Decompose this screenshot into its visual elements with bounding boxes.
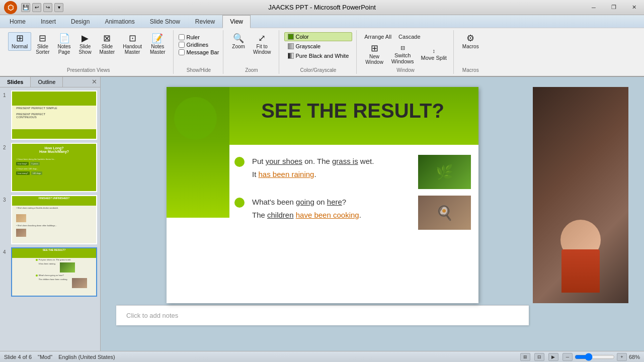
tab-insert[interactable]: Insert <box>33 15 63 28</box>
more-quick-btn[interactable]: ▾ <box>54 3 63 12</box>
showhide-checkboxes: Ruler Gridlines Message Bar <box>179 32 219 55</box>
tab-home[interactable]: Home <box>2 15 33 28</box>
view-notespage-btn[interactable]: 📄 NotesPage <box>54 32 74 56</box>
slide-thumb-1[interactable]: 1 PRESENT PERFECT SIMPLEPRESENT PERFECTC… <box>3 90 97 140</box>
restore-btn[interactable]: ❐ <box>604 0 624 15</box>
has-been-raining-text: has been raining <box>259 170 314 178</box>
redo-quick-btn[interactable]: ↪ <box>43 3 52 12</box>
slide1-thumb-text: PRESENT PERFECT SIMPLEPRESENT PERFECTCON… <box>16 107 57 119</box>
color-options: Color Grayscale Pure Black and White <box>284 32 353 60</box>
zoom-label: Zoom <box>232 44 245 49</box>
ribbon-content: ⊞ Normal ⊟ SlideSorter 📄 NotesPage ▶ Sli… <box>0 28 644 76</box>
slide-num-2: 2 <box>3 145 9 150</box>
language-indicator: English (United States) <box>58 354 115 360</box>
ribbon-group-presentation-views: ⊞ Normal ⊟ SlideSorter 📄 NotesPage ▶ Sli… <box>4 30 174 74</box>
panel-tab-outline[interactable]: Outline <box>31 77 63 87</box>
ruler-checkbox[interactable] <box>179 34 185 40</box>
zoom-btn[interactable]: 🔍 Zoom <box>228 32 249 51</box>
zoom-icon: 🔍 <box>233 34 244 43</box>
grayscale-btn[interactable]: Grayscale <box>284 42 353 51</box>
notespage-icon: 📄 <box>59 34 70 43</box>
zoom-level: 68% <box>629 354 640 360</box>
notesmaster-label: NotesMaster <box>150 44 166 55</box>
undo-quick-btn[interactable]: ↩ <box>32 3 41 12</box>
normal-view-status-btn[interactable]: ⊞ <box>520 353 530 361</box>
bullet-dot-1 <box>234 157 245 167</box>
presentation-views-label: Presentation Views <box>67 67 110 73</box>
window-title: JAACKS PPT - Microsoft PowerPoint <box>268 4 376 11</box>
slide-preview-2[interactable]: How Long?How Much/Many? • I have been do… <box>11 143 97 192</box>
ribbon-group-showhide: Ruler Gridlines Message Bar Show/Hide <box>175 30 224 74</box>
color-content: Color Grayscale Pure Black and White <box>284 31 353 66</box>
movesplit-label: Move Split <box>421 55 446 61</box>
children-text: children <box>267 211 294 219</box>
fittowindow-label: Fit toWindow <box>253 44 271 55</box>
notes-placeholder: Click to add notes <box>126 312 178 319</box>
blackwhite-btn[interactable]: Pure Black and White <box>284 51 353 60</box>
office-button[interactable]: ⬡ <box>4 1 17 14</box>
zoom-slider[interactable] <box>575 353 615 361</box>
slide-thumb-4[interactable]: 4 SEE THE RESULT? Put your shoes on. The… <box>3 247 97 297</box>
slideshow-status-btn[interactable]: ▶ <box>548 353 558 361</box>
view-slidemaster-btn[interactable]: ⊠ SlideMaster <box>96 32 119 56</box>
slidemaster-icon: ⊠ <box>103 34 111 43</box>
newwindow-icon: ⊞ <box>371 44 378 53</box>
gridlines-checkbox-item[interactable]: Gridlines <box>179 42 219 48</box>
slides-list: 1 PRESENT PERFECT SIMPLEPRESENT PERFECTC… <box>0 87 100 358</box>
slide-preview-4[interactable]: SEE THE RESULT? Put your shoes on. The g… <box>11 247 97 297</box>
close-btn[interactable]: ✕ <box>624 0 644 15</box>
panel-tab-slides[interactable]: Slides <box>0 77 31 87</box>
color-label: Color <box>296 34 309 40</box>
messagebar-checkbox-item[interactable]: Message Bar <box>179 49 219 55</box>
notesmaster-icon: 📝 <box>152 34 163 43</box>
movesplit-btn[interactable]: ↕ Move Split <box>418 46 449 62</box>
notes-area[interactable]: Click to add notes <box>116 305 529 325</box>
bullet-dot-2 <box>234 198 245 208</box>
title-bar: ⬡ 💾 ↩ ↪ ▾ JAACKS PPT - Microsoft PowerPo… <box>0 0 644 15</box>
view-normal-btn[interactable]: ⊞ Normal <box>8 32 31 51</box>
zoom-out-btn[interactable]: ─ <box>562 353 573 361</box>
macros-label: Macros <box>462 44 479 49</box>
color-btn[interactable]: Color <box>284 32 353 41</box>
slide-thumb-2[interactable]: 2 How Long?How Much/Many? • I have been … <box>3 143 97 192</box>
slide-preview-3[interactable]: FINISHED? UNFINISHED? • She's been eatin… <box>11 195 97 244</box>
view-handoutmaster-btn[interactable]: ⊡ HandoutMaster <box>119 32 145 56</box>
view-slideshow-btn[interactable]: ▶ SlideShow <box>75 32 95 56</box>
switchwindows-btn[interactable]: ⊟ SwitchWindows <box>389 43 417 66</box>
ruler-checkbox-item[interactable]: Ruler <box>179 34 219 40</box>
minimize-btn[interactable]: ─ <box>584 0 604 15</box>
image1-placeholder: 🌿 <box>418 155 471 189</box>
view-slidesorter-btn[interactable]: ⊟ SlideSorter <box>32 32 53 56</box>
tab-animations[interactable]: Animations <box>97 15 142 28</box>
slide-canvas[interactable]: SEE THE RESULT? Put your shoes on. The g… <box>167 87 478 303</box>
handoutmaster-icon: ⊡ <box>129 34 136 43</box>
save-quick-btn[interactable]: 💾 <box>21 3 30 12</box>
messagebar-checkbox[interactable] <box>179 49 185 55</box>
panel-close-btn[interactable]: ✕ <box>89 77 100 87</box>
fittowindow-btn[interactable]: ⤢ Fit toWindow <box>250 32 275 56</box>
slidesorter-icon: ⊟ <box>39 34 46 43</box>
blackwhite-swatch <box>288 53 294 59</box>
gridlines-checkbox[interactable] <box>179 42 185 48</box>
newwindow-btn[interactable]: ⊞ NewWindow <box>362 42 387 66</box>
tab-review[interactable]: Review <box>188 15 222 28</box>
tab-view[interactable]: View <box>222 15 251 28</box>
slidesorter-status-btn[interactable]: ⊟ <box>534 353 544 361</box>
tab-slideshow[interactable]: Slide Show <box>142 15 188 28</box>
view-notesmaster-btn[interactable]: 📝 NotesMaster <box>146 32 169 56</box>
arrangeall-btn[interactable]: Arrange All <box>362 32 394 41</box>
tab-design[interactable]: Design <box>63 15 97 28</box>
editing-area: SEE THE RESULT? Put your shoes on. The g… <box>101 77 644 358</box>
slide-preview-1[interactable]: PRESENT PERFECT SIMPLEPRESENT PERFECTCON… <box>11 90 97 140</box>
slide-thumb-3[interactable]: 3 FINISHED? UNFINISHED? • She's been eat… <box>3 195 97 244</box>
ribbon-tabs: Home Insert Design Animations Slide Show… <box>0 15 644 28</box>
webcam-area <box>533 87 628 303</box>
macros-btn[interactable]: ⚙ Macros <box>459 32 482 51</box>
slide-info: Slide 4 of 6 <box>4 354 32 360</box>
bullet-item-1: Put your shoes on. The grass is wet. It … <box>234 155 471 180</box>
status-right: ⊞ ⊟ ▶ ─ + 68% <box>520 353 640 361</box>
cascade-btn[interactable]: Cascade <box>396 32 423 41</box>
window-group-label: Window <box>396 67 415 73</box>
going-text: going <box>296 198 314 206</box>
zoom-in-btn[interactable]: + <box>617 353 627 361</box>
